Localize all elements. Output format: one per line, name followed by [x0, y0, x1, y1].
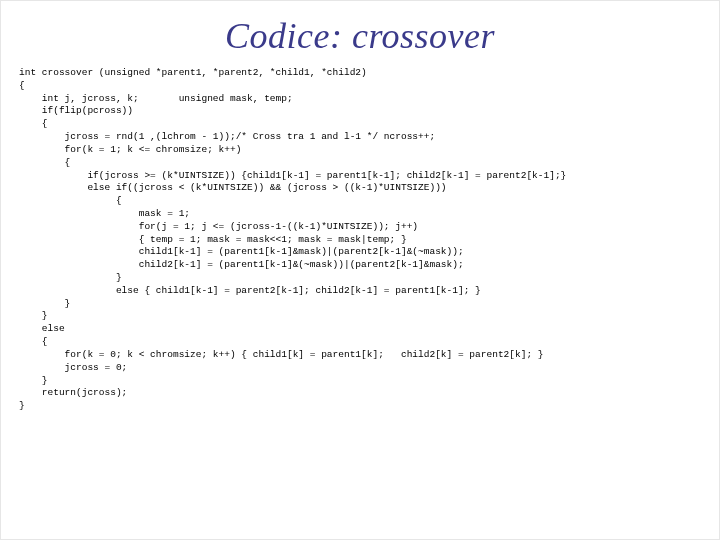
- slide-title: Codice: crossover: [19, 15, 701, 57]
- code-block: int crossover (unsigned *parent1, *paren…: [19, 67, 701, 413]
- slide: Codice: crossover int crossover (unsigne…: [0, 0, 720, 540]
